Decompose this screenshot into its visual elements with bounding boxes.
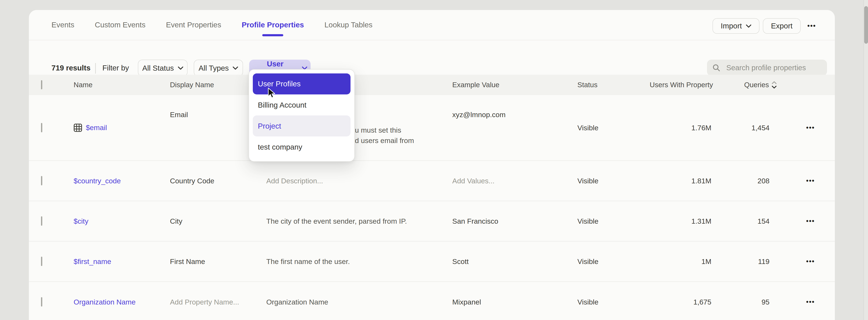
display-name-cell[interactable]: City xyxy=(170,217,263,225)
header-actions: Import Export ••• xyxy=(713,18,819,34)
display-name-cell[interactable]: First Name xyxy=(170,257,263,266)
status-filter-label: All Status xyxy=(142,64,174,72)
export-button[interactable]: Export xyxy=(763,18,801,34)
search-input[interactable] xyxy=(725,63,822,72)
status-value: Visible xyxy=(578,177,598,185)
table-row: $first_name First Name The first name of… xyxy=(29,241,835,281)
tab-event-properties[interactable]: Event Properties xyxy=(166,21,221,29)
queries-value: 154 xyxy=(757,217,770,225)
status-value: Visible xyxy=(578,217,598,225)
scrollbar-thumb[interactable] xyxy=(864,6,868,44)
column-header-users-with-property: Users With Property xyxy=(650,81,713,89)
import-label: Import xyxy=(721,22,742,30)
tab-custom-events[interactable]: Custom Events xyxy=(95,21,145,29)
status-value: Visible xyxy=(578,257,598,266)
chevron-down-icon xyxy=(746,25,751,28)
profile-type-dropdown-menu: User Profiles Billing Account Project te… xyxy=(249,69,355,162)
description-cell: The first name of the user. xyxy=(266,257,452,266)
more-options-button[interactable]: ••• xyxy=(804,22,819,30)
description-cell: The city of the event sender, parsed fro… xyxy=(266,217,452,225)
property-name-label: $email xyxy=(86,123,107,132)
table-row: $email Email u must set this d users ema… xyxy=(29,95,835,161)
mouse-cursor xyxy=(268,87,276,100)
select-all-checkbox[interactable] xyxy=(41,80,42,89)
active-tab-underline xyxy=(262,34,283,36)
row-actions-button[interactable]: ••• xyxy=(804,177,817,185)
row-actions-button[interactable]: ••• xyxy=(804,258,817,265)
filter-divider xyxy=(95,63,96,74)
table-row: Organization Name Add Property Name... O… xyxy=(29,281,835,320)
chevron-down-icon xyxy=(232,66,238,70)
column-header-display-name: Display Name xyxy=(170,81,214,89)
table-header: Name Display Name Example Value Status U… xyxy=(29,75,835,95)
example-value-cell[interactable]: Mixpanel xyxy=(452,298,571,306)
tab-bar: Events Custom Events Event Properties Pr… xyxy=(52,10,372,40)
row-checkbox[interactable] xyxy=(41,257,42,266)
export-label: Export xyxy=(771,22,793,30)
column-header-queries[interactable]: Queries xyxy=(744,81,777,89)
queries-value: 208 xyxy=(757,177,770,185)
property-name-link[interactable]: $country_code xyxy=(74,177,121,185)
tab-lookup-tables[interactable]: Lookup Tables xyxy=(324,21,372,29)
users-with-property-value: 1.76M xyxy=(691,123,711,132)
row-actions-button[interactable]: ••• xyxy=(804,124,817,132)
users-with-property-value: 1.31M xyxy=(691,217,711,225)
scrollbar-track xyxy=(864,0,868,320)
search-icon xyxy=(713,64,720,72)
queries-value: 95 xyxy=(762,298,770,306)
row-checkbox[interactable] xyxy=(41,123,42,132)
dropdown-item-test-company[interactable]: test company xyxy=(253,136,350,157)
tab-events[interactable]: Events xyxy=(52,21,74,29)
display-name-cell[interactable]: Country Code xyxy=(170,177,263,185)
filter-by-label: Filter by xyxy=(102,64,129,72)
queries-value: 119 xyxy=(758,257,769,266)
row-checkbox[interactable] xyxy=(41,216,42,226)
example-value-cell[interactable]: San Francisco xyxy=(452,217,571,225)
display-name-cell[interactable]: Add Property Name... xyxy=(170,298,263,306)
column-header-status: Status xyxy=(578,81,597,89)
type-filter-button[interactable]: All Types xyxy=(194,60,243,76)
dropdown-item-project[interactable]: Project xyxy=(253,115,350,136)
table-type-icon xyxy=(74,123,82,132)
description-cell: Organization Name xyxy=(266,298,452,306)
example-value-cell[interactable]: Add Values... xyxy=(452,177,571,185)
property-name-link[interactable]: $first_name xyxy=(74,257,111,266)
sort-icon xyxy=(771,81,777,89)
queries-value: 1,454 xyxy=(752,123,770,132)
import-button[interactable]: Import xyxy=(713,18,760,34)
queries-header-label: Queries xyxy=(744,81,769,89)
description-cell[interactable]: Add Description... xyxy=(266,177,452,185)
tab-profile-properties-label: Profile Properties xyxy=(242,21,304,29)
row-checkbox[interactable] xyxy=(41,176,42,185)
example-value-cell[interactable]: xyz@lmnop.com xyxy=(452,111,571,119)
users-with-property-value: 1,675 xyxy=(693,298,711,306)
type-filter-label: All Types xyxy=(198,64,229,72)
row-actions-button[interactable]: ••• xyxy=(804,217,817,225)
description-text: u must set this d users email from xyxy=(355,125,414,144)
results-count: 719 results xyxy=(52,64,91,72)
row-checkbox[interactable] xyxy=(41,297,42,307)
table-row: $country_code Country Code Add Descripti… xyxy=(29,161,835,201)
status-value: Visible xyxy=(578,298,598,306)
tabs-divider xyxy=(29,40,835,40)
property-name-link[interactable]: Organization Name xyxy=(74,298,136,306)
column-header-name: Name xyxy=(74,81,93,89)
users-with-property-value: 1.81M xyxy=(691,177,711,185)
profile-properties-screen: Events Custom Events Event Properties Pr… xyxy=(0,0,868,320)
status-filter-button[interactable]: All Status xyxy=(138,60,188,76)
column-header-example-value: Example Value xyxy=(452,81,499,89)
chevron-down-icon xyxy=(178,66,183,70)
example-value-cell[interactable]: Scott xyxy=(452,257,571,266)
search-box[interactable] xyxy=(707,60,827,76)
table-row: $city City The city of the event sender,… xyxy=(29,201,835,241)
row-actions-button[interactable]: ••• xyxy=(804,298,817,306)
tab-profile-properties[interactable]: Profile Properties xyxy=(242,21,304,29)
status-value: Visible xyxy=(578,123,598,132)
table-body: $email Email u must set this d users ema… xyxy=(29,95,835,320)
property-name-link[interactable]: $email xyxy=(74,123,107,132)
property-name-link[interactable]: $city xyxy=(74,217,89,225)
properties-panel: Events Custom Events Event Properties Pr… xyxy=(29,10,835,320)
users-with-property-value: 1M xyxy=(702,257,711,266)
